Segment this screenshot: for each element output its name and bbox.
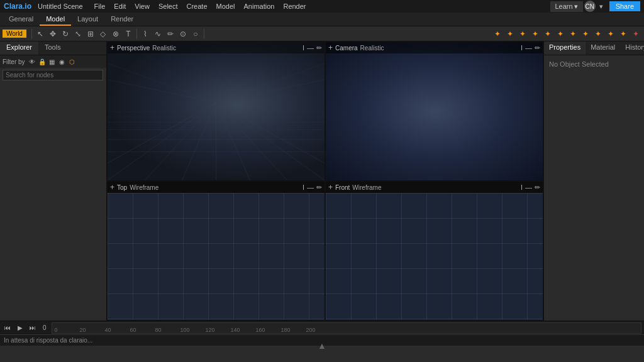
world-button[interactable]: World (3, 30, 26, 38)
perspective-lock-icon[interactable]: I (303, 44, 304, 52)
properties-tab[interactable]: Properties (544, 41, 586, 55)
orange-tool-9[interactable]: ✦ (592, 28, 604, 40)
menu-file[interactable]: File (91, 3, 109, 10)
tab-general[interactable]: General (3, 13, 40, 26)
camera-name: Camera (335, 45, 358, 52)
timeline-play-button[interactable]: ▶ (15, 323, 25, 333)
camera-add-icon[interactable]: + (328, 43, 333, 52)
share-button[interactable]: Share (609, 1, 640, 11)
move-tool-icon[interactable]: ✥ (47, 28, 58, 40)
line-icon[interactable]: ⌇ (140, 28, 151, 40)
brand-suffix: .io (23, 2, 31, 11)
timeline-ruler[interactable]: 0 20 40 60 80 100 120 140 160 180 200 (52, 322, 641, 334)
timeline-end-button[interactable]: ⏭ (28, 323, 38, 333)
viewport-front[interactable]: + Front Wireframe I — ✏ (325, 181, 543, 321)
extrude-icon[interactable]: T (123, 28, 134, 40)
curve-icon[interactable]: ∿ (152, 28, 164, 40)
filter-active-icon[interactable]: ⬡ (68, 57, 77, 66)
timeline: ⏮ ▶ ⏭ 0 0 20 40 60 80 100 120 140 160 18… (0, 321, 644, 334)
tl-mark-120: 120 (206, 327, 231, 333)
menu-view[interactable]: View (131, 3, 153, 10)
user-initials: CN (585, 3, 594, 10)
circle-tool-icon[interactable]: ○ (190, 28, 201, 40)
timeline-marks: 0 20 40 60 80 100 120 140 160 180 200 (52, 323, 641, 333)
viewport-perspective[interactable]: + Perspective Realistic I — ✏ (107, 41, 325, 181)
top-mode: Wireframe (130, 184, 158, 191)
orange-tool-11[interactable]: ✦ (618, 28, 629, 40)
rotate-tool-icon[interactable]: ↻ (60, 28, 71, 40)
scene-title: Untitled Scene (38, 3, 83, 10)
orange-tool-3[interactable]: ✦ (517, 28, 528, 40)
magnet-icon[interactable]: ⊗ (110, 28, 121, 40)
tab-layout[interactable]: Layout (71, 13, 104, 26)
filter-node-icon[interactable]: ◉ (58, 57, 67, 66)
filter-eye-icon[interactable]: 👁 (28, 57, 36, 66)
user-avatar[interactable]: CN (584, 1, 596, 12)
camera-fit-icon[interactable]: — (525, 44, 532, 52)
filter-lock-icon[interactable]: 🔒 (38, 57, 47, 66)
cursor-tool-icon[interactable]: ↖ (35, 28, 46, 40)
tl-mark-100: 100 (180, 327, 206, 333)
perspective-name: Perspective (117, 45, 150, 52)
orange-tool-10[interactable]: ✦ (605, 28, 616, 40)
brand-name: Clara (4, 2, 23, 11)
perspective-add-icon[interactable]: + (110, 43, 114, 52)
orange-tool-4[interactable]: ✦ (530, 28, 541, 40)
orange-tool-1[interactable]: ✦ (492, 28, 503, 40)
explorer-tab[interactable]: Explorer (0, 41, 38, 55)
material-tab[interactable]: Material (586, 41, 620, 55)
front-lock-icon[interactable]: I (521, 184, 523, 191)
tools-tab[interactable]: Tools (38, 41, 67, 55)
orange-tool-8[interactable]: ✦ (580, 28, 591, 40)
transform-tool-icon[interactable]: ⊞ (85, 28, 96, 40)
perspective-fullscreen-icon[interactable]: ✏ (316, 44, 322, 52)
menu-edit[interactable]: Edit (110, 3, 130, 10)
orange-tool-7[interactable]: ✦ (567, 28, 579, 40)
history-tab[interactable]: History (620, 41, 644, 55)
user-menu-arrow[interactable]: ▾ (597, 3, 606, 11)
learn-button[interactable]: Learn ▾ (550, 1, 583, 12)
lasso-icon[interactable]: ⊙ (177, 28, 189, 40)
orange-tool-5[interactable]: ✦ (542, 28, 553, 40)
red-tool-icon[interactable]: ✦ (630, 28, 641, 40)
tl-mark-0: 0 (55, 327, 80, 333)
front-header-controls: I — ✏ (521, 184, 540, 192)
front-add-icon[interactable]: + (328, 183, 333, 192)
timeline-time: 0 (43, 324, 47, 331)
menu-select[interactable]: Select (155, 3, 182, 10)
front-fit-icon[interactable]: — (525, 184, 532, 191)
menu-render[interactable]: Render (279, 3, 309, 10)
front-fullscreen-icon[interactable]: ✏ (535, 184, 540, 192)
viewport-top-header: + Top Wireframe I — ✏ (108, 182, 325, 193)
scale-tool-icon[interactable]: ⤡ (72, 28, 84, 40)
orange-tool-6[interactable]: ✦ (555, 28, 566, 40)
tab-render[interactable]: Render (104, 13, 140, 26)
paint-icon[interactable]: ✏ (165, 28, 176, 40)
panel-toggle-icon[interactable]: ▲ (318, 341, 326, 351)
viewport-top[interactable]: + Top Wireframe I — ✏ (107, 181, 325, 321)
chevron-down-icon: ▾ (574, 3, 578, 11)
top-add-icon[interactable]: + (110, 183, 114, 192)
filter-grid-icon[interactable]: ▦ (48, 57, 57, 66)
menu-create[interactable]: Create (183, 3, 211, 10)
top-fullscreen-icon[interactable]: ✏ (316, 184, 322, 192)
toolbar-separator-3 (204, 29, 204, 39)
viewport-camera[interactable]: + Camera Realistic I — ✏ (325, 41, 543, 181)
toolbar-separator-2 (136, 29, 137, 39)
orange-tool-2[interactable]: ✦ (504, 28, 516, 40)
viewport-row-bottom: + Top Wireframe I — ✏ + Front Wireframe (107, 181, 543, 321)
top-fit-icon[interactable]: — (307, 184, 314, 191)
menu-animation[interactable]: Animation (240, 3, 279, 10)
camera-lock-icon[interactable]: I (521, 44, 523, 52)
poly-icon[interactable]: ◇ (97, 28, 109, 40)
camera-fullscreen-icon[interactable]: ✏ (535, 44, 540, 52)
timeline-start-button[interactable]: ⏮ (3, 323, 13, 333)
tab-model[interactable]: Model (40, 13, 71, 26)
menu-model[interactable]: Model (213, 3, 239, 10)
filter-label: Filter by (3, 58, 25, 65)
tl-mark-20: 20 (80, 327, 105, 333)
search-input[interactable] (3, 70, 103, 80)
perspective-fit-icon[interactable]: — (307, 44, 314, 52)
top-lock-icon[interactable]: I (303, 184, 304, 191)
tl-mark-180: 180 (281, 327, 306, 333)
